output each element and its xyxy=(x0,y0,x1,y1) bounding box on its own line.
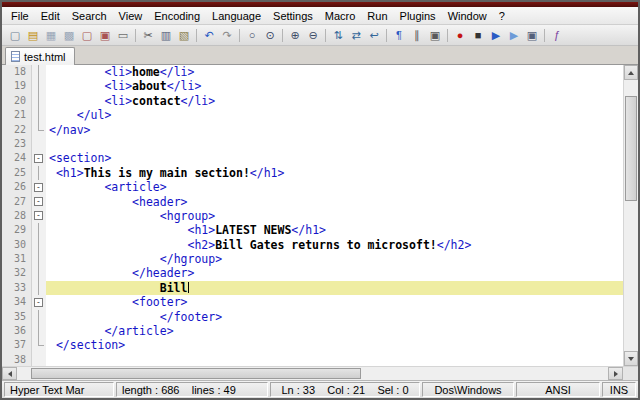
scrollbar-corner xyxy=(623,367,638,380)
vertical-scrollbar[interactable] xyxy=(623,65,638,366)
menu-macro[interactable]: Macro xyxy=(319,8,362,24)
code-line[interactable]: <hgroup> xyxy=(46,209,623,223)
new-file-icon[interactable]: ▢ xyxy=(6,27,24,44)
sync-horizontal-scroll-icon[interactable]: ⇄ xyxy=(347,27,365,44)
code-line[interactable]: </section> xyxy=(46,338,623,352)
fold-collapse-icon[interactable]: - xyxy=(34,183,43,192)
zoom-in-icon[interactable]: ⊕ xyxy=(286,27,304,44)
scroll-up-button[interactable] xyxy=(624,65,638,80)
fold-margin xyxy=(32,252,46,266)
code-line[interactable]: Bill xyxy=(46,281,623,295)
stop-macro-icon[interactable]: ■ xyxy=(469,27,487,44)
fold-guide-line xyxy=(38,338,39,345)
code-line[interactable]: <section> xyxy=(46,151,623,165)
horizontal-scrollbar[interactable] xyxy=(2,366,638,380)
copy-icon[interactable]: ▥ xyxy=(157,27,175,44)
close-file-icon[interactable]: ▢ xyxy=(78,27,96,44)
code-line[interactable]: <h1>LATEST NEWS</h1> xyxy=(46,223,623,237)
fold-collapse-icon[interactable]: - xyxy=(34,298,43,307)
close-all-icon[interactable]: ▣ xyxy=(96,27,114,44)
vertical-scroll-track[interactable] xyxy=(624,80,638,351)
scroll-up-icon xyxy=(628,71,634,75)
find-icon[interactable]: ○ xyxy=(243,27,261,44)
paste-icon[interactable]: ▧ xyxy=(175,27,193,44)
code-line[interactable]: <li>contact</li> xyxy=(46,94,623,108)
code-line[interactable] xyxy=(46,353,623,366)
editor-line-24: 24-<section> xyxy=(2,151,623,165)
menu-view[interactable]: View xyxy=(113,8,149,24)
code-line[interactable]: </ul> xyxy=(46,108,623,122)
status-insert-mode: INS xyxy=(602,382,636,397)
scroll-right-button[interactable] xyxy=(608,367,623,380)
horizontal-scroll-track[interactable] xyxy=(17,367,608,380)
word-wrap-icon[interactable]: ↩ xyxy=(365,27,383,44)
save-icon[interactable]: ▦ xyxy=(42,27,60,44)
menu-encoding[interactable]: Encoding xyxy=(148,8,206,24)
save-all-icon[interactable]: ▩ xyxy=(60,27,78,44)
zoom-out-icon[interactable]: ⊖ xyxy=(304,27,322,44)
code-line[interactable]: <li>home</li> xyxy=(46,65,623,79)
tab-bar: test.html xyxy=(2,46,638,65)
code-line[interactable]: </footer> xyxy=(46,310,623,324)
code-line[interactable]: </header> xyxy=(46,266,623,280)
code-line[interactable]: <header> xyxy=(46,195,623,209)
vertical-scroll-thumb[interactable] xyxy=(625,96,637,201)
scroll-left-button[interactable] xyxy=(2,367,17,380)
record-macro-icon[interactable]: ● xyxy=(451,27,469,44)
cut-icon[interactable]: ✂ xyxy=(139,27,157,44)
status-doc-type: Hyper Text Mar xyxy=(4,382,114,397)
code-line[interactable]: <article> xyxy=(46,180,623,194)
fold-collapse-icon[interactable]: - xyxy=(34,154,43,163)
menu-plugins[interactable]: Plugins xyxy=(394,8,442,24)
editor-area: 18 <li>home</li>19 <li>about</li>20 <li>… xyxy=(2,65,638,366)
code-line[interactable]: </nav> xyxy=(46,123,623,137)
fold-margin xyxy=(32,123,46,137)
horizontal-scroll-thumb[interactable] xyxy=(31,368,361,379)
sync-vertical-scroll-icon[interactable]: ⇅ xyxy=(329,27,347,44)
fold-margin xyxy=(32,353,46,366)
fold-margin xyxy=(32,324,46,338)
indent-guide-icon[interactable]: ∥ xyxy=(408,27,426,44)
code-line[interactable]: <h2>Bill Gates returns to microsoft!</h2… xyxy=(46,238,623,252)
fold-guide-line xyxy=(38,281,39,295)
tab-test-html[interactable]: test.html xyxy=(5,47,75,65)
run-macro-multiple-icon[interactable]: ▶ xyxy=(505,27,523,44)
fold-collapse-icon[interactable]: - xyxy=(34,197,43,206)
fold-margin: - xyxy=(32,209,46,223)
editor-line-33: 33 Bill xyxy=(2,281,623,295)
fold-guide-line xyxy=(38,238,39,252)
show-all-chars-icon[interactable]: ¶ xyxy=(390,27,408,44)
save-macro-icon[interactable]: ▣ xyxy=(523,27,541,44)
play-macro-icon[interactable]: ▶ xyxy=(487,27,505,44)
menu-window[interactable]: Window xyxy=(442,8,493,24)
menu-language[interactable]: Language xyxy=(206,8,267,24)
menu-help[interactable]: ? xyxy=(493,8,511,24)
function-completion-icon[interactable]: ƒ xyxy=(548,27,566,44)
print-icon[interactable]: ▭ xyxy=(114,27,132,44)
line-number: 19 xyxy=(2,79,32,93)
editor-line-21: 21 </ul> xyxy=(2,108,623,122)
menu-file[interactable]: File xyxy=(5,8,35,24)
menu-edit[interactable]: Edit xyxy=(35,8,66,24)
code-line[interactable]: </article> xyxy=(46,324,623,338)
fold-collapse-icon[interactable]: - xyxy=(34,211,43,220)
menu-search[interactable]: Search xyxy=(66,8,113,24)
replace-icon[interactable]: ⊙ xyxy=(261,27,279,44)
undo-icon[interactable]: ↶ xyxy=(200,27,218,44)
code-line[interactable]: <li>about</li> xyxy=(46,79,623,93)
fold-guide-line xyxy=(38,310,39,324)
scroll-down-button[interactable] xyxy=(624,351,638,366)
menu-settings[interactable]: Settings xyxy=(267,8,319,24)
fold-guide-line xyxy=(38,79,39,93)
code-line[interactable]: </hgroup> xyxy=(46,252,623,266)
code-line[interactable]: <h1>This is my main section!</h1> xyxy=(46,166,623,180)
line-number: 35 xyxy=(2,310,32,324)
menu-run[interactable]: Run xyxy=(361,8,393,24)
line-number: 30 xyxy=(2,238,32,252)
fold-guide-line xyxy=(38,324,39,338)
code-line[interactable] xyxy=(46,137,623,151)
redo-icon[interactable]: ↷ xyxy=(218,27,236,44)
code-line[interactable]: <footer> xyxy=(46,295,623,309)
user-defined-dialog-icon[interactable]: ▣ xyxy=(426,27,444,44)
open-folder-icon[interactable]: ▤ xyxy=(24,27,42,44)
